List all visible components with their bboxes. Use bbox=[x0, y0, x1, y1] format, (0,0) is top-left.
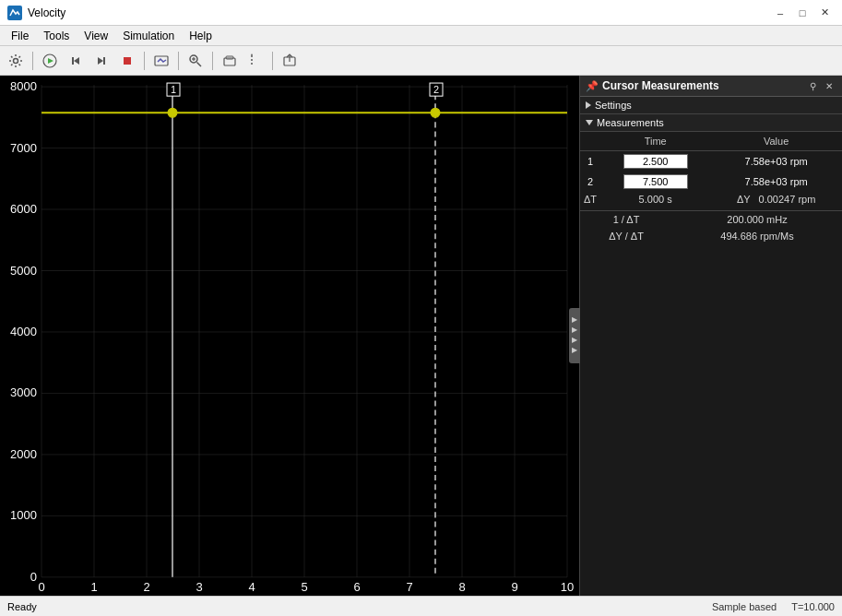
col-value: Value bbox=[710, 132, 842, 151]
status-time: T=10.000 bbox=[791, 601, 835, 612]
cursor2-time-cell[interactable] bbox=[600, 172, 710, 192]
svg-text:1: 1 bbox=[171, 84, 176, 95]
delta-time: 5.000 s bbox=[600, 192, 710, 207]
toolbar-sep-4 bbox=[212, 52, 213, 70]
svg-rect-6 bbox=[103, 57, 105, 65]
cursor-panel-title: Cursor Measurements bbox=[602, 79, 719, 92]
svg-text:8000: 8000 bbox=[10, 79, 37, 93]
cursor-panel-close-button[interactable]: ✕ bbox=[822, 78, 836, 93]
status-bar: Ready Sample based T=10.000 bbox=[0, 596, 842, 616]
collapse-handle[interactable]: ▶▶▶▶ bbox=[569, 308, 580, 363]
svg-marker-3 bbox=[48, 58, 53, 64]
pan-button[interactable] bbox=[218, 49, 242, 73]
svg-point-1 bbox=[14, 58, 18, 63]
maximize-button[interactable]: □ bbox=[792, 5, 812, 21]
menu-view[interactable]: View bbox=[77, 26, 115, 46]
svg-text:8: 8 bbox=[458, 580, 465, 594]
main-content: 0 1000 2000 3000 4000 5000 6000 7000 800… bbox=[0, 76, 842, 596]
cursor-panel-title-area: 📌 Cursor Measurements bbox=[586, 79, 719, 92]
stop-button[interactable] bbox=[115, 49, 139, 73]
svg-text:0: 0 bbox=[38, 580, 44, 594]
svg-text:7: 7 bbox=[406, 580, 412, 594]
close-button[interactable]: ✕ bbox=[814, 5, 835, 21]
toolbar-sep-2 bbox=[144, 52, 145, 70]
title-bar: Velocity – □ ✕ bbox=[0, 0, 842, 26]
window-controls: – □ ✕ bbox=[770, 5, 835, 21]
cursor-panel-header: 📌 Cursor Measurements ⚲ ✕ bbox=[580, 76, 842, 97]
derived2-value: 494.686 rpm/Ms bbox=[672, 228, 842, 244]
menu-tools[interactable]: Tools bbox=[36, 26, 77, 46]
svg-text:10: 10 bbox=[561, 580, 574, 594]
svg-text:1: 1 bbox=[90, 580, 97, 594]
toolbar-sep-1 bbox=[32, 52, 33, 70]
svg-text:7000: 7000 bbox=[10, 141, 37, 155]
settings-collapse-icon bbox=[586, 101, 591, 109]
svg-rect-8 bbox=[124, 57, 131, 65]
cursor2-time-input[interactable] bbox=[623, 174, 688, 189]
svg-marker-7 bbox=[98, 57, 103, 65]
svg-rect-4 bbox=[72, 57, 74, 65]
delta-row: ΔT 5.000 s ΔY 0.00247 rpm bbox=[580, 192, 842, 207]
svg-text:2: 2 bbox=[143, 580, 149, 594]
plot-area[interactable]: 0 1000 2000 3000 4000 5000 6000 7000 800… bbox=[0, 76, 579, 596]
cursor2-value: 7.58e+03 rpm bbox=[710, 172, 842, 192]
step-forward-button[interactable] bbox=[89, 49, 113, 73]
cursor1-time-input[interactable] bbox=[623, 154, 688, 169]
app-icon bbox=[7, 6, 22, 20]
svg-text:2: 2 bbox=[433, 84, 439, 95]
svg-marker-17 bbox=[251, 53, 253, 55]
sim-settings-button[interactable] bbox=[149, 49, 173, 73]
dy-value: 0.00247 rpm bbox=[759, 194, 816, 205]
svg-text:6: 6 bbox=[353, 580, 360, 594]
derived2-label: ΔY / ΔT bbox=[580, 228, 672, 244]
derived-table: 1 / ΔT 200.000 mHz ΔY / ΔT 494.686 rpm/M… bbox=[580, 211, 842, 244]
settings-section-header[interactable]: Settings bbox=[580, 97, 842, 114]
zoom-button[interactable] bbox=[184, 49, 208, 73]
col-time: Time bbox=[600, 132, 710, 151]
toolbar-sep-3 bbox=[178, 52, 179, 70]
svg-text:3: 3 bbox=[196, 580, 202, 594]
cursor2-index: 2 bbox=[580, 172, 600, 192]
derived1-label: 1 / ΔT bbox=[580, 211, 672, 228]
settings-button[interactable] bbox=[4, 49, 28, 73]
measurements-section-header[interactable]: Measurements bbox=[580, 114, 842, 132]
menu-file[interactable]: File bbox=[4, 26, 36, 46]
window-title: Velocity bbox=[28, 6, 65, 19]
svg-point-65 bbox=[168, 108, 177, 117]
cursor1-index: 1 bbox=[580, 151, 600, 172]
minimize-button[interactable]: – bbox=[770, 5, 790, 21]
menu-help[interactable]: Help bbox=[182, 26, 219, 46]
measurements-collapse-icon bbox=[586, 120, 593, 125]
delta-dy-label: ΔY 0.00247 rpm bbox=[710, 192, 842, 207]
measurements-table: Time Value 1 7.58e+03 rpm 2 bbox=[580, 132, 842, 207]
derived1-value: 200.000 mHz bbox=[672, 211, 842, 228]
svg-text:0: 0 bbox=[30, 570, 37, 584]
svg-text:4000: 4000 bbox=[10, 325, 37, 338]
settings-label: Settings bbox=[595, 100, 632, 111]
cursor1-time-cell[interactable] bbox=[600, 151, 710, 172]
measurements-label: Measurements bbox=[597, 117, 664, 128]
svg-text:5000: 5000 bbox=[10, 263, 37, 277]
svg-marker-5 bbox=[74, 57, 79, 65]
status-right: Sample based T=10.000 bbox=[712, 601, 835, 612]
cursor-panel-pin-button[interactable]: ⚲ bbox=[805, 78, 820, 93]
delta-label: ΔT bbox=[580, 192, 600, 207]
svg-text:3000: 3000 bbox=[10, 385, 37, 399]
run-button[interactable] bbox=[38, 49, 62, 73]
step-back-button[interactable] bbox=[64, 49, 88, 73]
cursor-panel: ▶▶▶▶ 📌 Cursor Measurements ⚲ ✕ Settings … bbox=[579, 76, 842, 596]
svg-text:5: 5 bbox=[301, 580, 307, 594]
svg-text:6000: 6000 bbox=[10, 202, 37, 216]
plot-svg: 0 1000 2000 3000 4000 5000 6000 7000 800… bbox=[0, 76, 579, 596]
menu-bar: File Tools View Simulation Help bbox=[0, 26, 842, 46]
menu-simulation[interactable]: Simulation bbox=[115, 26, 182, 46]
export-button[interactable] bbox=[278, 49, 302, 73]
dy-label: ΔY bbox=[737, 194, 751, 205]
svg-text:9: 9 bbox=[511, 580, 517, 594]
derived1-row: 1 / ΔT 200.000 mHz bbox=[580, 211, 842, 228]
svg-line-11 bbox=[197, 62, 202, 66]
toolbar bbox=[0, 46, 842, 76]
svg-text:2000: 2000 bbox=[10, 447, 37, 461]
status-sample: Sample based bbox=[712, 601, 777, 612]
cursor-button[interactable] bbox=[243, 49, 267, 73]
